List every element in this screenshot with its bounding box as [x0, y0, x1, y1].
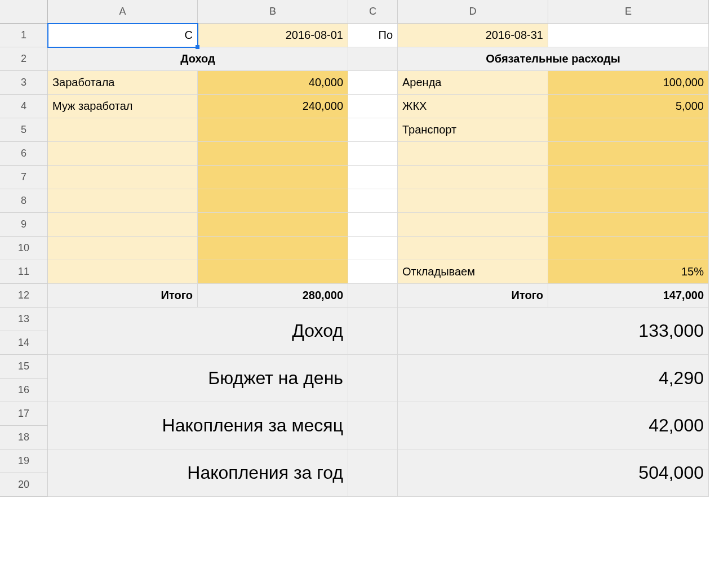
cell-E8[interactable] — [548, 189, 709, 213]
cell-C3[interactable] — [348, 71, 398, 95]
expense-value-2[interactable] — [548, 118, 709, 142]
col-header-A[interactable]: A — [48, 0, 198, 24]
summary-label-2[interactable]: Накопления за месяц — [48, 402, 348, 449]
cell-B9[interactable] — [198, 213, 348, 237]
select-all-corner[interactable] — [0, 0, 48, 24]
col-header-B[interactable]: B — [198, 0, 348, 24]
row-header-18[interactable]: 18 — [0, 426, 48, 449]
cell-A8[interactable] — [48, 189, 198, 213]
row-header-6[interactable]: 6 — [0, 142, 48, 166]
expenses-total-value[interactable]: 147,000 — [548, 284, 709, 308]
row-header-19[interactable]: 19 — [0, 449, 48, 473]
row-header-9[interactable]: 9 — [0, 213, 48, 237]
cell-C9[interactable] — [348, 213, 398, 237]
summary-value-0[interactable]: 133,000 — [398, 308, 709, 355]
cell-C1516[interactable] — [348, 355, 398, 402]
row-header-14[interactable]: 14 — [0, 331, 48, 355]
summary-label-3[interactable]: Накопления за год — [48, 449, 348, 497]
cell-C1[interactable]: По — [348, 24, 398, 47]
col-header-C[interactable]: C — [348, 0, 398, 24]
cell-D6[interactable] — [398, 142, 548, 166]
cell-B6[interactable] — [198, 142, 348, 166]
row-header-20[interactable]: 20 — [0, 473, 48, 497]
cell-C1314[interactable] — [348, 308, 398, 355]
cell-C7[interactable] — [348, 166, 398, 189]
cell-C10[interactable] — [348, 237, 398, 260]
cell-B5[interactable] — [198, 118, 348, 142]
cell-A5[interactable] — [48, 118, 198, 142]
row-header-13[interactable]: 13 — [0, 308, 48, 331]
row-header-8[interactable]: 8 — [0, 189, 48, 213]
row-header-3[interactable]: 3 — [0, 71, 48, 95]
expense-label-1[interactable]: ЖКХ — [398, 95, 548, 118]
expense-value-1[interactable]: 5,000 — [548, 95, 709, 118]
cell-C8[interactable] — [348, 189, 398, 213]
row-header-7[interactable]: 7 — [0, 166, 48, 189]
cell-C4[interactable] — [348, 95, 398, 118]
cell-A11[interactable] — [48, 260, 198, 284]
row-header-12[interactable]: 12 — [0, 284, 48, 308]
cell-B8[interactable] — [198, 189, 348, 213]
cell-A6[interactable] — [48, 142, 198, 166]
cell-A10[interactable] — [48, 237, 198, 260]
cell-C5[interactable] — [348, 118, 398, 142]
cell-C1920[interactable] — [348, 449, 398, 497]
income-value-0[interactable]: 40,000 — [198, 71, 348, 95]
summary-value-3[interactable]: 504,000 — [398, 449, 709, 497]
row-header-16[interactable]: 16 — [0, 378, 48, 402]
cell-D9[interactable] — [398, 213, 548, 237]
row-header-2[interactable]: 2 — [0, 47, 48, 71]
summary-value-2[interactable]: 42,000 — [398, 402, 709, 449]
row-header-10[interactable]: 10 — [0, 237, 48, 260]
cell-D1[interactable]: 2016-08-31 — [398, 24, 548, 47]
cell-E7[interactable] — [548, 166, 709, 189]
cell-A9[interactable] — [48, 213, 198, 237]
cell-E10[interactable] — [548, 237, 709, 260]
row-header-5[interactable]: 5 — [0, 118, 48, 142]
col-header-E[interactable]: E — [548, 0, 709, 24]
cell-C12[interactable] — [348, 284, 398, 308]
cell-B1[interactable]: 2016-08-01 — [198, 24, 348, 47]
savings-label[interactable]: Откладываем — [398, 260, 548, 284]
cell-E6[interactable] — [548, 142, 709, 166]
cell-C11[interactable] — [348, 260, 398, 284]
expense-value-0[interactable]: 100,000 — [548, 71, 709, 95]
expense-label-2[interactable]: Транспорт — [398, 118, 548, 142]
row-header-11[interactable]: 11 — [0, 260, 48, 284]
expenses-total-label[interactable]: Итого — [398, 284, 548, 308]
summary-label-0[interactable]: Доход — [48, 308, 348, 355]
cell-A7[interactable] — [48, 166, 198, 189]
summary-label-1[interactable]: Бюджет на день — [48, 355, 348, 402]
income-total-value[interactable]: 280,000 — [198, 284, 348, 308]
cell-E1[interactable] — [548, 24, 709, 47]
income-label-1[interactable]: Муж заработал — [48, 95, 198, 118]
income-total-label[interactable]: Итого — [48, 284, 198, 308]
cell-A1[interactable]: С — [48, 24, 198, 47]
income-header[interactable]: Доход — [48, 47, 348, 71]
row-header-15[interactable]: 15 — [0, 355, 48, 378]
cell-D8[interactable] — [398, 189, 548, 213]
cell-B10[interactable] — [198, 237, 348, 260]
cell-B11[interactable] — [198, 260, 348, 284]
savings-value[interactable]: 15% — [548, 260, 709, 284]
row-header-1[interactable]: 1 — [0, 24, 48, 47]
cell-C1718[interactable] — [348, 402, 398, 449]
income-value-1[interactable]: 240,000 — [198, 95, 348, 118]
cell-C6[interactable] — [348, 142, 398, 166]
cell-E9[interactable] — [548, 213, 709, 237]
cell-D10[interactable] — [398, 237, 548, 260]
cell-B7[interactable] — [198, 166, 348, 189]
row-header-17[interactable]: 17 — [0, 402, 48, 426]
cell-C2[interactable] — [348, 47, 398, 71]
income-label-0[interactable]: Заработала — [48, 71, 198, 95]
cell-D7[interactable] — [398, 166, 548, 189]
summary-value-1[interactable]: 4,290 — [398, 355, 709, 402]
expense-label-0[interactable]: Аренда — [398, 71, 548, 95]
col-header-D[interactable]: D — [398, 0, 548, 24]
expenses-header[interactable]: Обязательные расходы — [398, 47, 709, 71]
row-header-4[interactable]: 4 — [0, 95, 48, 118]
spreadsheet-grid[interactable]: A B C D E 1 С 2016-08-01 По 2016-08-31 2… — [0, 0, 709, 497]
